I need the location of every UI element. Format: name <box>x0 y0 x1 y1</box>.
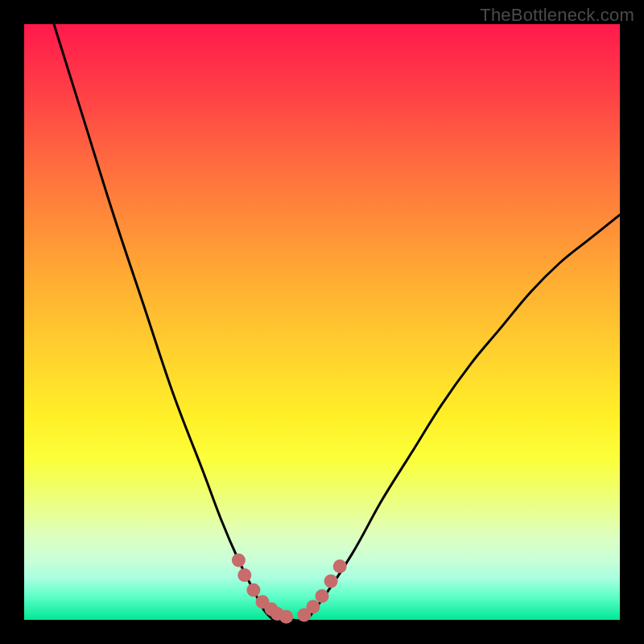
bottleneck-curve <box>54 24 620 621</box>
chart-frame: TheBottleneck.com <box>0 0 644 644</box>
chart-plot-area <box>24 24 620 620</box>
curve-marker <box>246 584 260 597</box>
marker-group-right <box>297 559 346 622</box>
curve-marker <box>333 559 347 573</box>
curve-marker <box>232 554 246 568</box>
curve-marker <box>237 568 251 582</box>
chart-svg <box>24 24 620 620</box>
curve-marker <box>279 610 293 624</box>
curve-marker <box>324 574 338 588</box>
curve-marker <box>316 589 329 603</box>
watermark-label: TheBottleneck.com <box>480 5 634 26</box>
curve-marker <box>306 600 320 613</box>
marker-group-left <box>232 554 293 624</box>
